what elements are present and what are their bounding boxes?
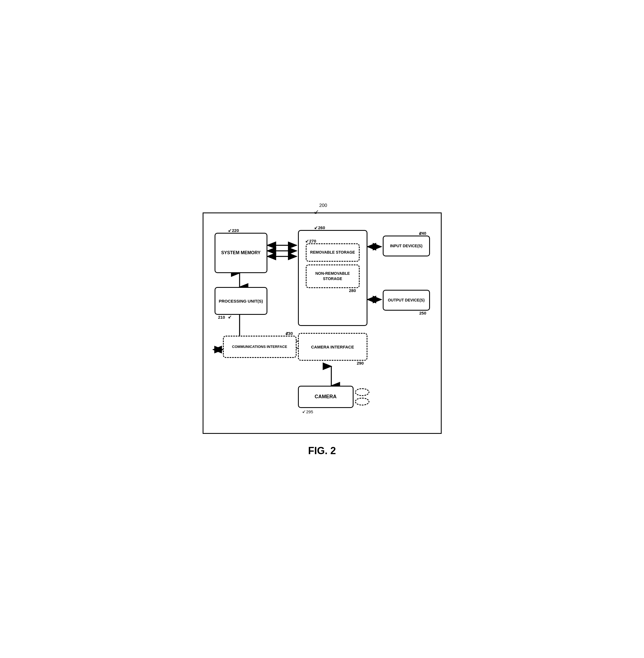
non-removable-storage-label: NON-REMOVABLE STORAGE <box>309 271 356 282</box>
system-memory-label: SYSTEM MEMORY <box>221 250 261 256</box>
ref-camera-curve: ↙ <box>302 409 306 414</box>
output-device-box: OUTPUT DEVICE(S) 250 <box>383 290 430 311</box>
removable-storage-label: REMOVABLE STORAGE <box>309 250 356 255</box>
ref-processing-label: 210 <box>218 314 225 320</box>
system-memory-box: SYSTEM MEMORY 220 ↙ <box>214 233 268 273</box>
lens-top <box>355 388 369 396</box>
removable-storage-box: 270 ↙ REMOVABLE STORAGE <box>306 243 360 262</box>
ref-camera-iface-label: 290 <box>356 360 364 366</box>
ref-200-label: 200 <box>319 203 327 208</box>
ref-200-curve: ↙ <box>314 208 319 216</box>
fig-caption: FIG. 2 <box>308 445 336 457</box>
ref-input-curve: ↙ <box>419 230 422 236</box>
input-device-label: INPUT DEVICE(S) <box>390 243 422 249</box>
ref-storage-outer-curve: ↙ <box>314 225 318 231</box>
output-device-label: OUTPUT DEVICE(S) <box>388 298 424 303</box>
ref-storage-outer-label: 260 <box>318 225 325 231</box>
page-container: 200 ↙ <box>197 201 447 457</box>
ref-processing-curve: ↙ <box>228 314 232 320</box>
processing-unit-box: PROCESSING UNIT(S) 210 ↙ <box>214 287 268 315</box>
camera-section: CAMERA 295 ↙ <box>298 386 369 408</box>
lens-bottom <box>355 398 369 405</box>
camera-lens <box>355 388 369 405</box>
ref-camera-label: 295 <box>306 409 313 414</box>
ref-memory-curve: ↙ <box>228 227 232 234</box>
processing-unit-label: PROCESSING UNIT(S) <box>219 298 263 304</box>
ref-removable-label: 270 <box>309 238 316 244</box>
input-device-box: INPUT DEVICE(S) 240 ↙ <box>383 236 430 257</box>
comms-interface-box: COMMUNICATIONS INTERFACE 230 ↙ <box>223 336 297 358</box>
camera-interface-box: CAMERA INTERFACE 290 <box>298 333 367 361</box>
camera-box: CAMERA <box>298 386 353 408</box>
layout-wrapper: SYSTEM MEMORY 220 ↙ PROCESSING UNIT(S) 2… <box>212 224 434 425</box>
camera-label: CAMERA <box>315 393 337 400</box>
storage-outer-box: 260 ↙ 270 ↙ REMOVABLE STORAGE NON-REMOVA… <box>298 230 367 326</box>
ref-non-removable-label: 280 <box>349 288 356 293</box>
comms-interface-label: COMMUNICATIONS INTERFACE <box>232 344 287 349</box>
camera-interface-label: CAMERA INTERFACE <box>311 344 354 350</box>
diagram-outer: 200 ↙ <box>203 213 442 434</box>
ref-comms-curve: ↙ <box>285 330 289 336</box>
non-removable-storage-box: NON-REMOVABLE STORAGE 280 <box>306 264 360 288</box>
ref-output-label: 250 <box>419 310 426 316</box>
ref-memory-label: 220 <box>232 227 239 233</box>
ref-removable-curve: ↙ <box>305 238 309 244</box>
